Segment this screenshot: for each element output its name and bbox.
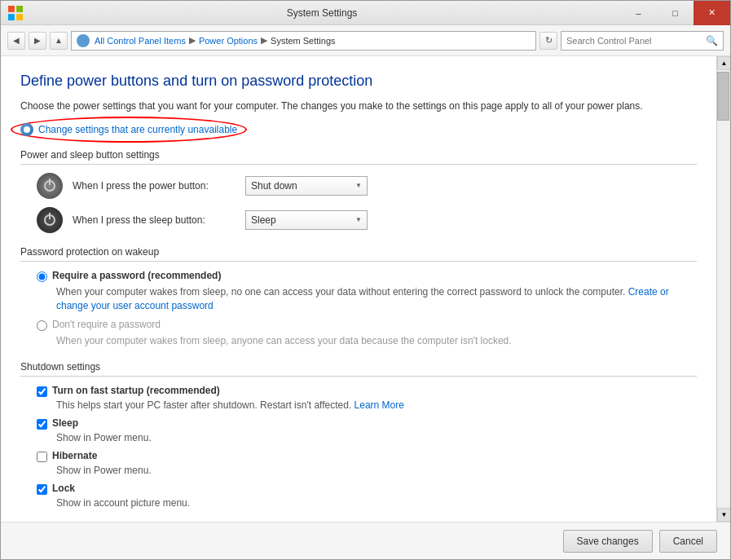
power-icon bbox=[37, 173, 63, 199]
no-password-label: Don't require a password bbox=[52, 319, 161, 330]
sleep-shutdown-desc: Show in Power menu. bbox=[20, 431, 697, 445]
sleep-button-label: When I press the sleep button: bbox=[73, 214, 236, 226]
lock-row: Lock bbox=[20, 483, 697, 495]
address-path: All Control Panel Items ▶ Power Options … bbox=[71, 31, 536, 51]
change-settings-wrapper: Change settings that are currently unava… bbox=[20, 123, 237, 136]
page-title: Define power buttons and turn on passwor… bbox=[20, 73, 697, 90]
path-current: System Settings bbox=[271, 36, 335, 46]
require-password-label: Require a password (recommended) bbox=[52, 270, 221, 281]
fast-startup-row: Turn on fast startup (recommended) bbox=[20, 385, 697, 397]
forward-button[interactable]: ▶ bbox=[29, 32, 46, 50]
power-button-row: When I press the power button: Shut down… bbox=[20, 173, 697, 199]
power-sleep-header: Power and sleep button settings bbox=[20, 149, 697, 165]
svg-rect-2 bbox=[8, 14, 15, 20]
path-sep-1: ▶ bbox=[189, 35, 196, 46]
back-button[interactable]: ◀ bbox=[7, 32, 25, 50]
main-content: Define power buttons and turn on passwor… bbox=[1, 56, 716, 522]
hibernate-label: Hibernate bbox=[52, 450, 97, 461]
password-section: Password protection on wakeup Require a … bbox=[20, 246, 697, 348]
power-button-selected: Shut down bbox=[251, 180, 355, 192]
cancel-button[interactable]: Cancel bbox=[659, 530, 717, 553]
require-password-desc-text: When your computer wakes from sleep, no … bbox=[56, 286, 628, 298]
password-section-header: Password protection on wakeup bbox=[20, 246, 697, 262]
power-button-dropdown-arrow: ▼ bbox=[355, 182, 362, 189]
power-icon-inner bbox=[44, 180, 55, 192]
svg-rect-1 bbox=[16, 6, 23, 12]
learn-more-link[interactable]: Learn More bbox=[354, 399, 404, 411]
main-window: System Settings – □ ✕ ◀ ▶ ▲ All Control … bbox=[0, 0, 731, 560]
minimize-button[interactable]: – bbox=[620, 1, 657, 25]
path-icon bbox=[77, 34, 90, 47]
sleep-button-dropdown-arrow: ▼ bbox=[355, 216, 362, 223]
path-all-control-panel[interactable]: All Control Panel Items bbox=[95, 36, 186, 46]
maximize-button[interactable]: □ bbox=[657, 1, 694, 25]
lock-checkbox[interactable] bbox=[37, 484, 47, 495]
hibernate-checkbox[interactable] bbox=[37, 452, 47, 462]
lock-desc: Show in account picture menu. bbox=[20, 496, 697, 510]
svg-rect-3 bbox=[16, 14, 23, 20]
power-button-label: When I press the power button: bbox=[73, 180, 236, 192]
scrollbar: ▲ ▼ bbox=[716, 56, 730, 522]
no-password-radio[interactable] bbox=[37, 320, 47, 331]
search-icon: 🔍 bbox=[706, 35, 718, 46]
bottom-bar: Save changes Cancel bbox=[1, 522, 730, 559]
up-button[interactable]: ▲ bbox=[50, 32, 68, 50]
save-changes-button[interactable]: Save changes bbox=[563, 530, 653, 553]
shutdown-section: Shutdown settings Turn on fast startup (… bbox=[20, 361, 697, 509]
fast-startup-label: Turn on fast startup (recommended) bbox=[52, 385, 220, 396]
fast-startup-desc: This helps start your PC faster after sh… bbox=[20, 399, 697, 412]
change-settings-link[interactable]: Change settings that are currently unava… bbox=[20, 123, 237, 136]
require-password-radio[interactable] bbox=[37, 271, 47, 282]
sleep-shutdown-row: Sleep bbox=[20, 417, 697, 430]
sleep-icon-inner bbox=[44, 214, 55, 226]
settings-icon bbox=[20, 123, 33, 136]
fast-startup-checkbox[interactable] bbox=[37, 386, 47, 397]
content-wrapper: Define power buttons and turn on passwor… bbox=[1, 56, 730, 522]
scroll-up-arrow[interactable]: ▲ bbox=[717, 56, 730, 70]
sleep-shutdown-label: Sleep bbox=[52, 417, 78, 429]
address-bar: ◀ ▶ ▲ All Control Panel Items ▶ Power Op… bbox=[1, 25, 730, 56]
settings-icon-inner bbox=[24, 126, 30, 133]
sleep-shutdown-checkbox[interactable] bbox=[37, 419, 47, 430]
sleep-button-row: When I press the sleep button: Sleep ▼ bbox=[20, 207, 697, 233]
change-settings-label: Change settings that are currently unava… bbox=[38, 124, 237, 135]
sleep-button-selected: Sleep bbox=[251, 214, 355, 226]
no-password-desc: When your computer wakes from sleep, any… bbox=[20, 334, 697, 348]
shutdown-section-header: Shutdown settings bbox=[20, 361, 697, 377]
title-bar: System Settings – □ ✕ bbox=[1, 1, 730, 25]
close-button[interactable]: ✕ bbox=[694, 1, 730, 25]
sleep-button-dropdown[interactable]: Sleep ▼ bbox=[245, 210, 368, 230]
window-title: System Settings bbox=[24, 7, 620, 19]
windows-logo bbox=[7, 5, 24, 21]
refresh-button[interactable]: ↻ bbox=[539, 32, 557, 50]
require-password-option: Require a password (recommended) bbox=[20, 270, 697, 282]
no-password-option: Don't require a password bbox=[20, 319, 697, 331]
window-controls: – □ ✕ bbox=[620, 1, 730, 25]
hibernate-row: Hibernate bbox=[20, 450, 697, 462]
search-input[interactable] bbox=[566, 36, 702, 46]
path-sep-2: ▶ bbox=[261, 35, 267, 46]
lock-label: Lock bbox=[52, 483, 75, 494]
require-password-desc: When your computer wakes from sleep, no … bbox=[20, 285, 697, 313]
fast-startup-desc-text: This helps start your PC faster after sh… bbox=[56, 399, 354, 411]
page-description: Choose the power settings that you want … bbox=[20, 99, 697, 113]
scroll-down-arrow[interactable]: ▼ bbox=[717, 508, 730, 522]
scroll-track bbox=[717, 70, 730, 508]
hibernate-desc: Show in Power menu. bbox=[20, 464, 697, 478]
power-button-dropdown[interactable]: Shut down ▼ bbox=[245, 176, 368, 196]
scroll-thumb[interactable] bbox=[717, 72, 729, 121]
search-box: 🔍 bbox=[561, 31, 724, 51]
path-power-options[interactable]: Power Options bbox=[199, 36, 258, 46]
svg-rect-0 bbox=[8, 6, 15, 12]
sleep-icon bbox=[37, 207, 63, 233]
